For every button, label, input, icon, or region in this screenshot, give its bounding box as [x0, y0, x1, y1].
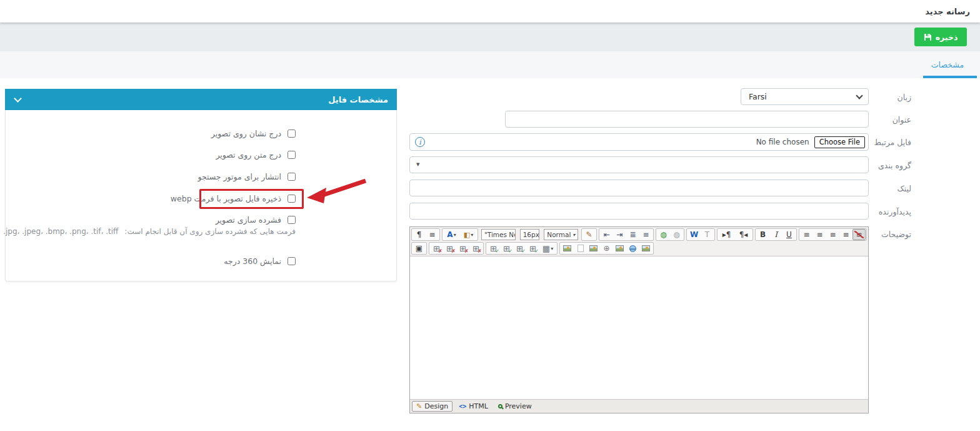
image-glyph — [642, 245, 650, 251]
page-title: رسانه جدید — [925, 7, 970, 16]
numbered-list-icon[interactable]: ≣ — [626, 229, 639, 240]
format-painter-icon[interactable]: ✎ — [582, 229, 596, 240]
insert-cell-icon[interactable]: ⊞✓ — [513, 243, 526, 254]
compression-formats-note: فرمت هایی که فشرده سازی روی آن قابل انجا… — [3, 227, 296, 236]
checkbox-row: درج متن روی تصویر — [216, 150, 296, 160]
checkbox-label: ذخیره فایل تصویر با فرمت webp — [171, 194, 281, 203]
watermark-on-image-checkbox[interactable] — [288, 129, 296, 138]
image-manager-icon[interactable] — [587, 243, 600, 254]
x-mark: ✗ — [438, 248, 442, 254]
save-as-webp-checkbox[interactable] — [288, 195, 296, 203]
x-mark: ✗ — [478, 248, 482, 254]
delete-column-icon[interactable]: ⊞✗ — [443, 243, 456, 254]
font-family-value: "Times New ... — [484, 231, 516, 238]
link-input[interactable] — [409, 180, 869, 196]
outdent-icon[interactable]: ⇤ — [600, 229, 613, 240]
view-360-checkbox[interactable] — [288, 257, 296, 265]
align-left-icon[interactable]: ≡ — [800, 229, 813, 240]
caret-down-icon: ▾ — [454, 232, 456, 238]
paint-bucket-icon: ◧ — [464, 231, 470, 239]
insert-document-icon[interactable] — [574, 243, 587, 254]
font-family-select[interactable]: "Times New ...▾ — [481, 229, 516, 240]
publish-search-engine-checkbox[interactable] — [288, 173, 296, 181]
paste-plain-text-icon[interactable]: T — [701, 229, 714, 240]
image-compression-checkbox[interactable] — [288, 216, 296, 224]
grouping-label: گروه بندی — [878, 161, 911, 170]
upload-image-icon[interactable] — [639, 243, 652, 254]
insert-image-icon[interactable] — [561, 243, 574, 254]
checkbox-row: درج نشان روی تصویر — [211, 129, 296, 138]
rtl-direction-icon[interactable]: ¶◂ — [735, 229, 752, 240]
table-menu-icon[interactable]: ▦▾ — [539, 243, 556, 254]
insert-link-icon[interactable]: ◍ — [657, 229, 670, 240]
insert-row-icon[interactable]: ⊞✓ — [487, 243, 500, 254]
checkbox-row-highlighted: ذخیره فایل تصویر با فرمت webp — [171, 194, 296, 203]
design-mode-button[interactable]: ✎ Design — [412, 401, 452, 412]
new-media-page: رسانه جدید ذخیره مشخصات زبان عنوان فایل … — [0, 0, 980, 431]
image-glyph — [589, 245, 598, 251]
choose-file-button[interactable]: Choose File — [814, 136, 865, 148]
info-icon[interactable]: i — [415, 137, 425, 147]
caret-down-icon: ▾ — [551, 246, 553, 251]
indent-icon[interactable]: ⇥ — [613, 229, 626, 240]
tab-specifications[interactable]: مشخصات — [922, 51, 972, 78]
checkbox-label: فشرده سازی تصویر — [216, 215, 281, 225]
align-right-icon[interactable]: ≡ — [826, 229, 839, 240]
pencil-icon: ✎ — [416, 402, 422, 410]
delete-table-icon[interactable]: ⊞✗ — [469, 243, 482, 254]
x-mark: ✗ — [464, 248, 469, 254]
underline-button[interactable]: U — [782, 229, 796, 240]
check-mark: ✓ — [495, 248, 499, 254]
align-center-icon[interactable]: ≡ — [813, 229, 826, 240]
text-on-image-checkbox[interactable] — [288, 151, 296, 159]
checkbox-label: انتشار برای موتور جستجو — [198, 172, 281, 181]
editor-content-area[interactable] — [410, 256, 868, 400]
preview-mode-button[interactable]: Preview — [494, 401, 536, 412]
new-window-icon[interactable]: ▣ — [412, 243, 426, 254]
insert-table-icon[interactable]: ⊞✓ — [526, 243, 539, 254]
font-size-select[interactable]: 16px▾ — [520, 229, 540, 240]
delete-row-icon[interactable]: ⊞✗ — [430, 243, 443, 254]
html-mode-button[interactable]: <> HTML — [455, 401, 492, 412]
code-brackets-icon: <> — [459, 403, 466, 410]
preview-mode-label: Preview — [505, 402, 532, 410]
italic-button[interactable]: I — [769, 229, 782, 240]
font-size-value: 16px — [523, 231, 539, 238]
align-justify-icon[interactable]: ≡ — [839, 229, 852, 240]
top-bar: رسانه جدید — [0, 0, 980, 23]
title-input[interactable] — [505, 111, 869, 128]
insert-media-icon[interactable] — [626, 243, 639, 254]
x-mark: ✗ — [451, 248, 456, 254]
paragraph-style-select[interactable]: Normal▾ — [544, 229, 578, 240]
paragraph-mark-icon[interactable]: ¶ — [412, 229, 426, 240]
delete-cell-icon[interactable]: ⊞✗ — [456, 243, 469, 254]
bold-button[interactable]: B — [756, 229, 769, 240]
line-spacing-icon[interactable]: ≡ — [426, 229, 439, 240]
language-select[interactable]: Farsi — [741, 88, 869, 105]
document-glyph — [578, 245, 584, 252]
bullet-list-icon[interactable]: ≡ — [639, 229, 652, 240]
ltr-direction-icon[interactable]: ▸¶ — [718, 229, 735, 240]
floppy-disk-icon — [924, 33, 932, 41]
editor-toolbar: ¶ ≡ A▾ ◧▾ "Times New ...▾ 16px▾ Normal▾ … — [410, 227, 868, 256]
collapse-chevron-icon[interactable] — [14, 94, 22, 103]
save-button[interactable]: ذخیره — [914, 28, 967, 46]
file-specs-panel-header[interactable]: مشخصات فایل — [5, 89, 397, 110]
creator-input[interactable] — [409, 203, 869, 220]
remove-link-icon[interactable]: ◍ — [670, 229, 683, 240]
grouping-select[interactable]: ▾ — [409, 156, 869, 173]
related-file-input[interactable]: i No file chosen Choose File — [409, 133, 869, 151]
paste-from-word-icon[interactable]: W — [688, 229, 701, 240]
font-color-button[interactable]: A▾ — [443, 229, 460, 240]
align-none-icon[interactable]: ≡ — [852, 229, 866, 240]
globe-glyph — [629, 245, 636, 252]
insert-column-icon[interactable]: ⊞✓ — [500, 243, 513, 254]
action-bar: ذخیره — [0, 23, 980, 51]
file-status-text: No file chosen — [756, 138, 809, 146]
description-label: توضیحات — [881, 230, 911, 239]
anchor-icon[interactable]: ⊕ — [600, 243, 613, 254]
image-map-icon[interactable] — [613, 243, 626, 254]
design-mode-label: Design — [424, 402, 448, 410]
save-button-label: ذخیره — [936, 33, 958, 42]
highlight-color-button[interactable]: ◧▾ — [460, 229, 477, 240]
